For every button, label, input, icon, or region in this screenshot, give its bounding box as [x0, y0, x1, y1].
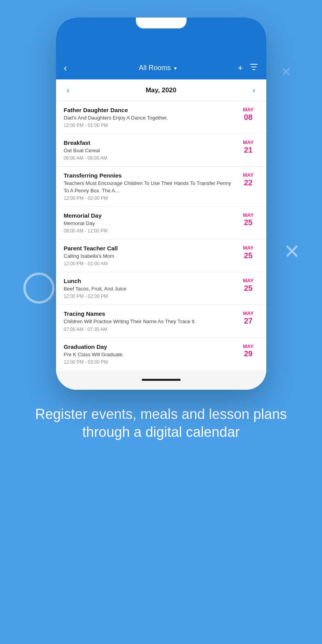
- app-header: ‹ All Rooms ▾ +: [56, 56, 266, 79]
- home-indicator: [142, 379, 181, 381]
- event-title: Transferring Pennies: [64, 172, 232, 179]
- event-date-day: 25: [238, 218, 259, 227]
- event-time: 07:00 AM - 07:30 AM: [64, 327, 232, 332]
- event-date: MAY 25: [238, 245, 259, 260]
- event-title: Parent Teacher Call: [64, 245, 232, 252]
- event-content: Breakfast Oat Boat Cereal 06:00 AM - 08:…: [64, 139, 238, 161]
- event-date-month: MAY: [238, 245, 259, 251]
- prev-month-button[interactable]: ‹: [64, 84, 73, 96]
- event-content: Graduation Day Pre K Class Will Graduate…: [64, 343, 238, 365]
- event-content: Memorial Day Memorial Day 08:00 AM - 12:…: [64, 212, 238, 234]
- event-content: Tracing Names Children Will Practice Wri…: [64, 310, 238, 332]
- event-date-day: 22: [238, 178, 259, 187]
- event-date: MAY 29: [238, 343, 259, 358]
- phone-top-bar: [56, 18, 266, 56]
- event-description: Beef Tacos, Fruit, And Juice: [64, 285, 232, 292]
- event-date-month: MAY: [238, 278, 259, 284]
- event-content: Parent Teacher Call Calling Isabella's M…: [64, 245, 238, 266]
- tagline-text: Register events, meals and lesson plans …: [0, 405, 322, 442]
- event-content: Father Daughter Dance Dad's And Daughter…: [64, 107, 238, 128]
- header-title-area: All Rooms ▾: [139, 64, 177, 72]
- back-button[interactable]: ‹: [64, 62, 78, 74]
- event-description: Pre K Class Will Graduate.: [64, 351, 232, 358]
- event-description: Calling Isabella's Mom: [64, 253, 232, 260]
- filter-button[interactable]: [250, 63, 258, 74]
- event-time: 12:00 PM - 03:00 PM: [64, 359, 232, 365]
- event-item[interactable]: Breakfast Oat Boat Cereal 06:00 AM - 08:…: [56, 134, 266, 167]
- event-description: Children Will Practice Writing Their Nam…: [64, 318, 232, 325]
- bg-plus-sm-decoration: ✕: [281, 66, 291, 78]
- event-description: Memorial Day: [64, 220, 232, 227]
- event-time: 08:00 AM - 12:00 PM: [64, 228, 232, 234]
- event-date-month: MAY: [238, 172, 259, 178]
- event-item[interactable]: Parent Teacher Call Calling Isabella's M…: [56, 239, 266, 272]
- event-content: Lunch Beef Tacos, Fruit, And Juice 12:00…: [64, 278, 238, 299]
- event-time: 12:00 PM - 02:00 PM: [64, 294, 232, 299]
- month-navigation: ‹ May, 2020 ›: [56, 79, 266, 101]
- header-actions: +: [238, 63, 259, 74]
- event-description: Oat Boat Cereal: [64, 147, 232, 154]
- event-date-day: 25: [238, 284, 259, 292]
- bg-plus-decoration: ✕: [283, 241, 301, 262]
- event-date-day: 27: [238, 317, 259, 325]
- event-time: 12:00 PM - 01:00 AM: [64, 261, 232, 266]
- event-description: Dad's And Daughters Enjoy A Dance Togeth…: [64, 114, 232, 121]
- event-title: Graduation Day: [64, 343, 232, 350]
- bg-circle-decoration: [23, 273, 55, 304]
- event-title: Memorial Day: [64, 212, 232, 219]
- chevron-down-icon: ▾: [174, 65, 177, 71]
- month-title: May, 2020: [146, 86, 176, 94]
- event-time: 12:00 PM - 01:00 PM: [64, 123, 232, 128]
- event-item[interactable]: Father Daughter Dance Dad's And Daughter…: [56, 101, 266, 134]
- event-date: MAY 08: [238, 107, 259, 121]
- event-date-month: MAY: [238, 343, 259, 350]
- phone-device: ‹ All Rooms ▾ + ‹ May, 2020 › Father Dau…: [56, 18, 266, 390]
- add-button[interactable]: +: [238, 63, 243, 73]
- event-date: MAY 22: [238, 172, 259, 187]
- event-date: MAY 27: [238, 310, 259, 325]
- phone-bottom-bar: [56, 370, 266, 390]
- event-item[interactable]: Graduation Day Pre K Class Will Graduate…: [56, 338, 266, 370]
- event-item[interactable]: Transferring Pennies Teachers Must Encou…: [56, 167, 266, 206]
- event-title: Father Daughter Dance: [64, 107, 232, 113]
- event-date: MAY 21: [238, 139, 259, 154]
- event-time: 12:00 PM - 02:00 PM: [64, 195, 232, 201]
- event-date-month: MAY: [238, 139, 259, 146]
- phone-notch: [136, 18, 187, 28]
- event-item[interactable]: Lunch Beef Tacos, Fruit, And Juice 12:00…: [56, 272, 266, 305]
- event-item[interactable]: Memorial Day Memorial Day 08:00 AM - 12:…: [56, 207, 266, 239]
- event-date-month: MAY: [238, 107, 259, 113]
- event-date-day: 08: [238, 113, 259, 121]
- event-date-day: 21: [238, 146, 259, 154]
- event-date-day: 25: [238, 251, 259, 260]
- events-list: Father Daughter Dance Dad's And Daughter…: [56, 101, 266, 370]
- event-time: 06:00 AM - 08:00 AM: [64, 155, 232, 161]
- event-item[interactable]: Tracing Names Children Will Practice Wri…: [56, 305, 266, 338]
- next-month-button[interactable]: ›: [250, 84, 259, 96]
- event-date-month: MAY: [238, 310, 259, 317]
- header-title: All Rooms: [139, 64, 171, 72]
- event-date-month: MAY: [238, 212, 259, 218]
- event-title: Tracing Names: [64, 310, 232, 317]
- event-date: MAY 25: [238, 212, 259, 227]
- event-description: Teachers Must Encourage Children To Use …: [64, 180, 232, 194]
- event-content: Transferring Pennies Teachers Must Encou…: [64, 172, 238, 201]
- event-title: Breakfast: [64, 139, 232, 146]
- event-title: Lunch: [64, 278, 232, 284]
- event-date: MAY 25: [238, 278, 259, 292]
- event-date-day: 29: [238, 349, 259, 358]
